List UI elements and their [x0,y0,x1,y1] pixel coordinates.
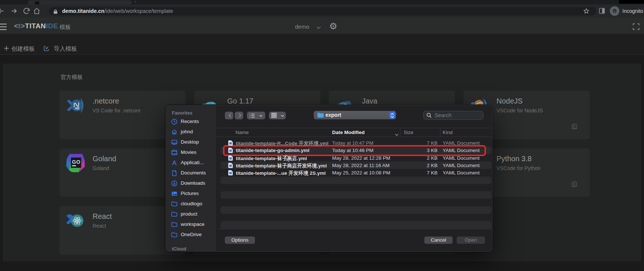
search-icon [427,113,432,118]
file-kind: YAML Document [443,155,480,161]
folder-icon [171,211,177,217]
column-header-date-modified[interactable]: Date Modified [332,130,365,135]
sidebar-item-onedrive[interactable]: OneDrive [165,230,217,240]
fullscreen-icon[interactable] [633,23,640,30]
file-date: Today at 10:47 PM [332,140,374,146]
sidebar-item-cloudtogo[interactable]: cloudtogo [165,199,217,209]
search-input[interactable] [423,111,483,120]
file-name: titanide-template-go-admin.yml [236,148,309,153]
tab-favicon [35,1,39,4]
sidebar-item-product[interactable]: product [165,209,217,219]
sidebar-item-recents[interactable]: Recents [165,116,217,127]
file-name: titanide-template-袜子商店.yml [236,155,307,162]
chevron-down-icon[interactable] [316,25,321,28]
folder-icon [171,221,177,228]
menu-icon[interactable] [0,23,10,30]
forward-icon[interactable] [10,7,18,15]
column-header-name[interactable]: Name [235,130,249,135]
browser-toolbar: demo.titanide.cn/ide/web/workspace/templ… [0,4,644,18]
card-document-icon[interactable] [571,180,578,188]
file-size: 7 KB [400,140,438,146]
file-size: 7 KB [400,170,438,176]
download-icon [171,180,177,187]
folder-dropdown-value: export [325,112,341,118]
file-row-1[interactable]: titanide-template-R...Code 开发环境.ymlToday… [217,139,493,147]
card-document-icon[interactable] [571,123,578,130]
file-date: Today at 10:46 PM [332,148,374,153]
sidebar-item-pictures[interactable]: Pictures [165,188,217,199]
sidebar-item-movies[interactable]: Movies [165,147,217,158]
column-header-kind[interactable]: Kind [443,130,453,135]
section-title: 官方模板 [61,74,83,81]
file-kind: YAML Document [443,148,480,153]
new-tab-icon[interactable]: + [134,0,136,4]
file-kind: YAML Document [443,140,480,146]
url-text[interactable]: demo.titanide.cn/ide/web/workspace/templ… [62,8,173,14]
empty-row [217,206,493,214]
card-subtitle: VS Code for .netcore [93,108,141,113]
sidebar-item-label: johnd [181,129,193,134]
back-icon[interactable] [0,7,5,15]
icloud-header: iCloud [172,246,186,252]
sidebar-item-label: OneDrive [181,232,202,237]
sidebar-item-downloads[interactable]: Downloads [165,178,217,188]
url-host: demo.titanide.cn [62,8,104,14]
dialog-back-button[interactable] [225,112,233,119]
card-title: Java [362,97,377,105]
home-icon [171,129,177,135]
file-row-3[interactable]: titanide-template-袜子商店.ymlMay 28, 2022 a… [217,154,493,162]
workspace-select[interactable]: demo [295,24,309,30]
reload-icon[interactable] [22,7,30,15]
svg-text:.NE: .NE [74,106,80,110]
create-template-button[interactable]: 创建模板 [4,45,37,53]
yaml-file-icon [228,155,233,161]
list-view-dropdown[interactable] [247,112,265,119]
url-path: /ide/web/workspace/template [104,8,173,14]
card-subtitle: VSCode for NodeJS [497,108,543,113]
screen-corner [619,0,644,4]
yaml-file-icon [228,148,233,153]
file-row-4[interactable]: titanide-template-袜子商店开发环境.ymlMay 28, 20… [217,162,493,169]
sidebar-item-johnd[interactable]: johnd [165,127,217,137]
bookmark-star-icon[interactable] [583,8,590,14]
film-icon [171,149,177,156]
sidebar-item-documents[interactable]: Documents [165,168,217,178]
card-subtitle: VSCode for Python [497,165,541,171]
card-title: Go 1.17 [227,97,253,105]
empty-row [217,191,493,199]
sidebar-item-desktop[interactable]: Desktop [165,137,217,147]
desktop-icon [171,139,177,145]
incognito-icon [612,8,618,14]
file-row-5[interactable]: titanide-template-...ue 开发环境 2S.ymlMay 2… [217,169,493,176]
browser-tab[interactable] [28,0,132,4]
side-panel-icon[interactable] [599,8,605,14]
empty-row [217,221,493,228]
screen: + demo.titanide.cn/ide/web/workspace/tem… [0,0,644,271]
favorites-header: Favorites [172,111,193,116]
sidebar-item-label: product [181,211,197,217]
sidebar-item-applicati-[interactable]: Applicati... [165,158,217,168]
gear-icon[interactable]: ⚙︎ [329,22,337,31]
file-date: May 28, 2022 at 12:28 PM [332,155,390,161]
yaml-file-icon [228,140,233,146]
file-kind: YAML Document [443,170,480,176]
page-title: 模板 [60,24,71,31]
action-bar: 创建模板 导入模板 [0,34,644,55]
column-divider [400,128,400,137]
grid-view-dropdown[interactable] [269,112,286,119]
sidebar-item-workspace[interactable]: workspace [165,219,217,230]
file-name: titanide-template-R...Code 开发环境.yml [236,140,328,147]
file-row-2[interactable]: titanide-template-go-admin.ymlToday at 1… [217,147,493,154]
card-subtitle: React [93,223,106,229]
import-template-button[interactable]: 导入模板 [43,45,80,53]
file-size: 3 KB [400,148,438,153]
dialog-forward-button[interactable] [235,112,244,119]
sort-chevron-icon[interactable] [395,131,399,135]
app-logo[interactable]: <t>TITANIDE [14,22,58,30]
file-name: titanide-template-袜子商店开发环境.yml [236,163,327,169]
home-icon[interactable] [33,7,41,15]
folder-stepper-icon[interactable] [389,112,395,119]
column-divider [440,128,440,137]
import-template-label: 导入模板 [54,45,77,53]
column-header-size[interactable]: Size [404,130,413,135]
